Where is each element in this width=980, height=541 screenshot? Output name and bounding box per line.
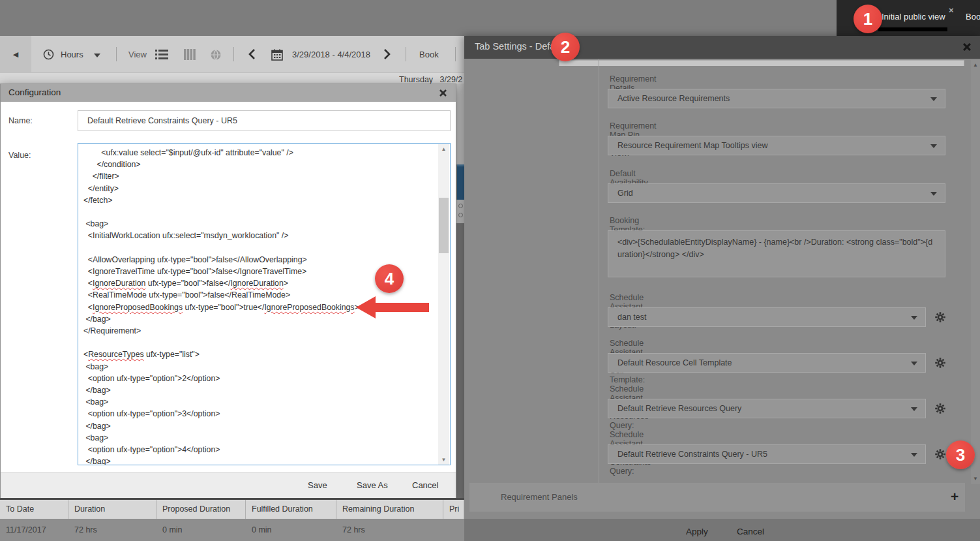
background-sliver: [456, 84, 464, 498]
dialog-scrollbar[interactable]: ▲ ▼: [971, 60, 980, 484]
column-header-pri[interactable]: Pri: [443, 500, 464, 519]
column-header-duration[interactable]: Duration: [68, 500, 156, 519]
schedule-assistant-resource-cell-template-dropdown[interactable]: Default Resource Cell Template: [608, 353, 926, 373]
apply-button[interactable]: Apply: [686, 527, 708, 536]
scrolled-field-edge: [559, 60, 964, 66]
requirement-panels-section: Requirement Panels +: [469, 483, 965, 512]
scrollbar-thumb[interactable]: [439, 198, 449, 253]
resource-avatar-icon: [458, 213, 463, 217]
schedule-assistant-filter-layout-dropdown[interactable]: dan test: [608, 307, 926, 327]
annotation-badge-1: 1: [854, 5, 882, 33]
panel-divider: [599, 59, 599, 484]
column-header-to-date[interactable]: To Date: [0, 500, 68, 519]
chevron-down-icon: [930, 192, 937, 196]
requirements-grid: To DateDurationProposed DurationFulfille…: [0, 498, 464, 541]
tab-settings-footer: Apply Cancel: [464, 519, 980, 541]
chevron-down-icon: [911, 407, 917, 411]
schedule-assistant-filter-layout-gear-icon[interactable]: [934, 311, 947, 324]
date-range-label[interactable]: 3/29/2018 - 4/4/2018: [292, 50, 370, 59]
save-button[interactable]: Save: [308, 480, 327, 490]
configuration-dialog-header: Configuration: [1, 84, 456, 102]
tab-settings-header: Tab Settings - Default: [464, 36, 980, 59]
schedule-assistant-resource-cell-template-gear-icon[interactable]: [934, 356, 947, 369]
toolbar-separator: [116, 47, 117, 61]
configuration-dialog-footer: Save Save As Cancel: [1, 472, 456, 498]
add-panel-icon[interactable]: +: [951, 489, 958, 504]
schedule-assistant-retrieve-constraints-query-dropdown[interactable]: Default Retrieve Constraints Query - UR5: [608, 444, 926, 464]
cell: [443, 519, 464, 541]
resource-avatar-icon: [458, 204, 463, 208]
selected-value: Default Resource Cell Template: [617, 358, 732, 367]
dialog-title: Configuration: [8, 87, 61, 97]
selected-value: Active Resource Requirements: [617, 94, 730, 103]
cell: 11/17/2017: [0, 519, 68, 541]
tab-next-partial[interactable]: Boo: [966, 12, 980, 22]
tab-close-icon[interactable]: ×: [949, 5, 954, 15]
schedule-assistant-retrieve-resources-query-dropdown[interactable]: Default Retrieve Resources Query: [608, 399, 926, 418]
cell: 0 min: [246, 519, 336, 541]
chevron-down-icon: [911, 362, 917, 365]
active-tab-underline: [878, 27, 947, 31]
hours-mode-button[interactable]: Hours: [61, 50, 83, 59]
annotation-arrow: [352, 294, 430, 321]
toolbar-separator: [233, 47, 234, 61]
selected-value: Default Retrieve Resources Query: [617, 404, 741, 413]
next-dates-icon[interactable]: [383, 48, 391, 63]
grid-data-row[interactable]: 11/17/201772 hrs0 min0 min72 hrs: [0, 519, 464, 541]
requirement-details-view-dropdown[interactable]: Active Resource Requirements: [608, 89, 945, 108]
selected-value: Default Retrieve Constraints Query - UR5: [617, 450, 767, 459]
collapse-panel-icon[interactable]: ◀: [0, 36, 31, 73]
cell: 72 hrs: [68, 519, 156, 541]
requirement-panels-label: Requirement Panels: [501, 492, 578, 502]
grid-sliver: [456, 200, 464, 223]
map-view-icon[interactable]: [210, 49, 222, 63]
name-input[interactable]: Default Retrieve Constraints Query - UR5: [78, 110, 451, 131]
schedule-assistant-retrieve-resources-query-gear-icon[interactable]: [934, 402, 947, 415]
requirement-map-pin-tooltips-view-dropdown[interactable]: Resource Requirement Map Tooltips view: [608, 136, 945, 155]
close-icon[interactable]: [962, 42, 972, 54]
grid-sliver: [456, 84, 464, 164]
scroll-down-icon[interactable]: ▼: [438, 455, 449, 465]
list-view-icon[interactable]: [155, 49, 168, 63]
hours-chevron-down-icon[interactable]: [94, 54, 100, 57]
tab-initial-public-view[interactable]: Initial public view: [882, 12, 945, 22]
cell: 0 min: [156, 519, 246, 541]
calendar-icon[interactable]: [271, 49, 283, 63]
column-header-proposed-duration[interactable]: Proposed Duration: [156, 500, 246, 519]
column-view-icon[interactable]: [184, 49, 196, 63]
cancel-button[interactable]: Cancel: [412, 480, 438, 490]
book-button[interactable]: Book: [419, 50, 439, 59]
column-header-remaining-duration[interactable]: Remaining Duration: [336, 500, 443, 519]
default-availability-view-dropdown[interactable]: Grid: [608, 183, 945, 203]
annotation-badge-4: 4: [375, 264, 404, 293]
chevron-down-icon: [930, 144, 937, 148]
name-label: Name:: [8, 116, 33, 125]
value-label: Value:: [8, 151, 31, 160]
scroll-up-icon[interactable]: ▲: [971, 60, 980, 70]
chevron-down-icon: [911, 316, 917, 320]
booking-block: [457, 164, 464, 200]
view-label: View: [128, 50, 147, 59]
textarea-scrollbar[interactable]: ▲ ▼: [438, 144, 449, 465]
clock-icon[interactable]: [43, 49, 54, 63]
close-icon[interactable]: [439, 88, 447, 100]
ts-cancel-button[interactable]: Cancel: [737, 527, 764, 536]
column-header-fulfilled-duration[interactable]: Fulfilled Duration: [246, 500, 336, 519]
booking-template-textarea[interactable]: <div>{SchedulableEntityDisplayName} - {n…: [608, 230, 945, 277]
scroll-up-icon[interactable]: ▲: [438, 144, 449, 155]
schedule-assistant-retrieve-constraints-query-gear-icon[interactable]: [934, 448, 947, 461]
previous-dates-icon[interactable]: [248, 48, 256, 63]
tab-settings-dialog: Tab Settings - Default Requirement Detai…: [464, 36, 980, 541]
selected-value: Grid: [617, 189, 633, 198]
selected-value: Resource Requirement Map Tooltips view: [617, 141, 767, 150]
chevron-down-icon: [911, 453, 917, 457]
screen: Initial public view × Boo ◀ Hours View: [0, 0, 980, 541]
selected-value: dan test: [617, 313, 646, 322]
cell: 72 hrs: [336, 519, 443, 541]
schedule-board-toolbar: ◀ Hours View 3/29/2018 - 4/4/2018 Book: [0, 36, 464, 73]
tab-settings-body: Requirement Details View:Active Resource…: [464, 59, 980, 541]
annotation-badge-2: 2: [551, 33, 580, 61]
toolbar-separator: [406, 47, 406, 61]
scroll-down-icon[interactable]: ▼: [971, 474, 980, 484]
save-as-button[interactable]: Save As: [357, 480, 388, 490]
